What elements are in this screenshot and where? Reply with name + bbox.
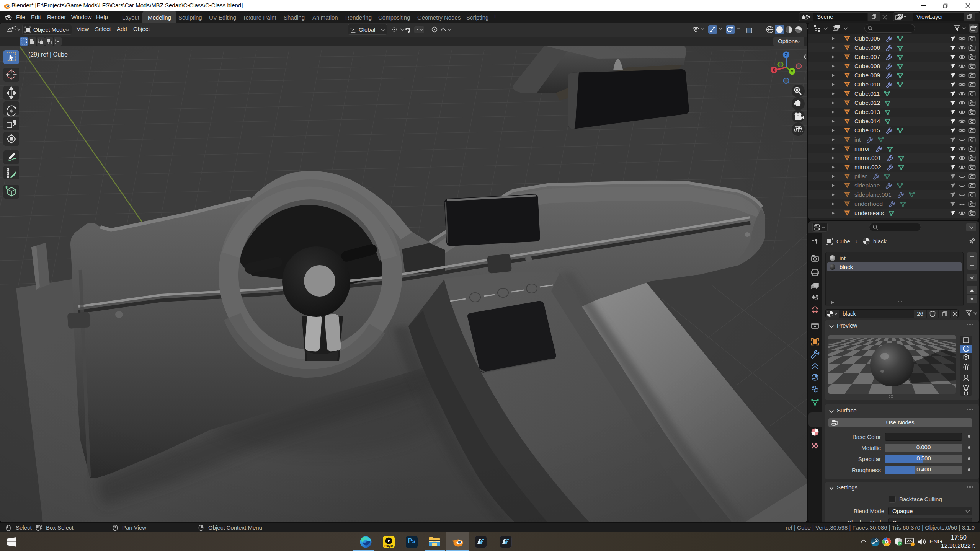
- svg-text:Y: Y: [791, 69, 793, 74]
- svg-text:X: X: [773, 68, 775, 72]
- svg-text:Z: Z: [785, 52, 787, 57]
- svg-text:(29) ref | Cube: (29) ref | Cube: [28, 51, 68, 58]
